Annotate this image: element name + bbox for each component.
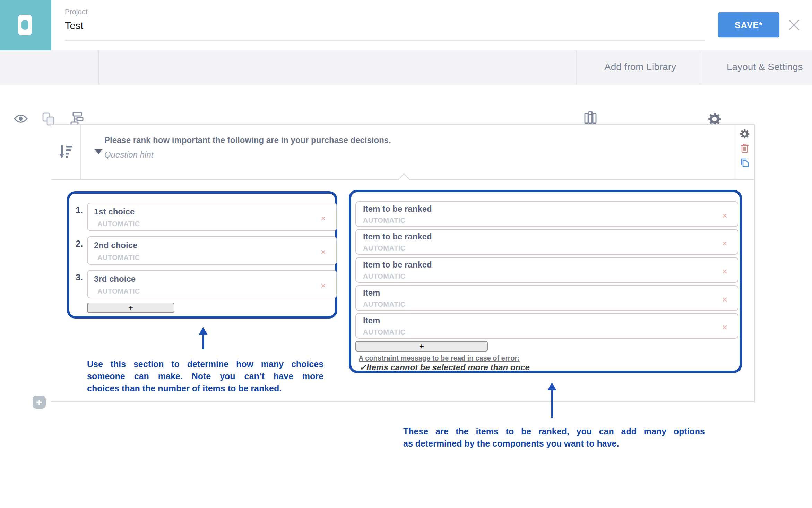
toolbar-divider xyxy=(576,50,577,85)
item-type-label: AUTOMATIC xyxy=(363,328,406,336)
items-section: Item to be ranked AUTOMATIC × Item to be… xyxy=(349,190,742,373)
project-label: Project xyxy=(65,8,87,16)
item-label[interactable]: Item to be ranked xyxy=(363,260,432,270)
remove-item-icon[interactable]: × xyxy=(722,211,727,220)
rank-sort-icon xyxy=(58,144,74,160)
left-annotation-text: Use this section to determine how many c… xyxy=(87,358,323,395)
question-title[interactable]: Please rank how important the following … xyxy=(104,135,391,145)
choice-number: 3. xyxy=(71,272,83,282)
preview-eye-icon[interactable] xyxy=(14,111,28,127)
toolbar-divider xyxy=(700,50,700,85)
delete-question-trash-icon[interactable] xyxy=(740,143,749,153)
item-type-label: AUTOMATIC xyxy=(363,272,406,280)
toolbar: Add from Library Layout & Settings xyxy=(0,50,812,85)
choice-label[interactable]: 2nd choice xyxy=(94,240,137,250)
choice-label[interactable]: 1st choice xyxy=(94,207,135,217)
save-button[interactable]: SAVE* xyxy=(718,12,779,37)
item-type-label: AUTOMATIC xyxy=(363,217,406,225)
remove-item-icon[interactable]: × xyxy=(722,323,727,332)
item-row[interactable]: Item to be ranked AUTOMATIC × xyxy=(355,229,738,255)
item-type-label: AUTOMATIC xyxy=(363,300,406,308)
app-window: Project Test SAVE* xyxy=(0,0,812,508)
right-annotation-line: These are the items to be ranked, you ca… xyxy=(403,425,705,438)
remove-choice-icon[interactable]: × xyxy=(321,247,326,256)
question-pointer-notch xyxy=(398,173,411,186)
constraint-message-value[interactable]: ✓Items cannot be selected more than once xyxy=(360,363,530,372)
choices-section: 1. 1st choice AUTOMATIC × 2. 2nd choice … xyxy=(67,191,337,319)
app-logo[interactable] xyxy=(0,0,51,50)
choice-row[interactable]: 1st choice AUTOMATIC × xyxy=(87,203,337,231)
question-settings-gear-icon[interactable] xyxy=(740,129,750,139)
remove-item-icon[interactable]: × xyxy=(722,295,727,304)
app-logo-icon xyxy=(18,15,32,35)
constraint-message-label[interactable]: A constraint message to be read in case … xyxy=(359,354,520,362)
add-choice-button[interactable]: + xyxy=(87,303,174,313)
item-row[interactable]: Item to be ranked AUTOMATIC × xyxy=(355,257,738,283)
close-icon[interactable] xyxy=(786,17,802,33)
question-hint[interactable]: Question hint xyxy=(104,150,153,160)
copy-question-icon[interactable] xyxy=(740,158,750,168)
right-annotation-line: as determined by the components you want… xyxy=(403,438,705,450)
item-type-label: AUTOMATIC xyxy=(363,244,406,252)
item-row[interactable]: Item AUTOMATIC × xyxy=(355,313,738,339)
left-annotation-line: choices than the number of items to be r… xyxy=(87,382,323,395)
question-actions-column xyxy=(735,125,754,179)
item-row[interactable]: Item AUTOMATIC × xyxy=(355,285,738,311)
choice-type-label: AUTOMATIC xyxy=(97,287,140,295)
left-annotation-line: Use this section to determine how many c… xyxy=(87,358,323,370)
item-label[interactable]: Item to be ranked xyxy=(363,232,432,242)
add-component-button[interactable]: + xyxy=(33,396,46,409)
item-label[interactable]: Item xyxy=(363,288,380,298)
choice-number: 2. xyxy=(71,239,83,249)
question-type-column xyxy=(51,125,81,179)
choice-row[interactable]: 2nd choice AUTOMATIC × xyxy=(87,236,337,265)
remove-item-icon[interactable]: × xyxy=(722,267,727,276)
item-row[interactable]: Item to be ranked AUTOMATIC × xyxy=(355,201,738,227)
add-from-library-button[interactable]: Add from Library xyxy=(604,61,676,73)
toolbar-divider xyxy=(98,50,99,85)
choice-row[interactable]: 3rd choice AUTOMATIC × xyxy=(87,270,337,298)
item-label[interactable]: Item xyxy=(363,316,380,325)
right-annotation-arrow-icon xyxy=(547,382,556,390)
left-annotation-arrow-icon xyxy=(199,327,208,335)
collapse-caret-icon[interactable] xyxy=(95,149,102,154)
choice-number: 1. xyxy=(71,205,83,215)
right-annotation-text: These are the items to be ranked, you ca… xyxy=(403,425,705,450)
choice-label[interactable]: 3rd choice xyxy=(94,274,136,284)
add-item-button[interactable]: + xyxy=(355,341,488,352)
remove-choice-icon[interactable]: × xyxy=(321,281,326,290)
left-annotation-line: someone can make. Note you can’t have mo… xyxy=(87,370,323,382)
item-label[interactable]: Item to be ranked xyxy=(363,204,432,214)
layout-settings-button[interactable]: Layout & Settings xyxy=(727,61,803,73)
choice-type-label: AUTOMATIC xyxy=(97,220,140,228)
choice-type-label: AUTOMATIC xyxy=(97,254,140,262)
top-header: Project Test SAVE* xyxy=(0,0,812,50)
right-annotation-arrow-shaft xyxy=(551,390,553,418)
remove-choice-icon[interactable]: × xyxy=(321,214,326,223)
project-title-input[interactable]: Test xyxy=(65,20,83,32)
question-header: Please rank how important the following … xyxy=(51,125,754,180)
left-annotation-arrow-shaft xyxy=(202,334,204,349)
remove-item-icon[interactable]: × xyxy=(722,239,727,248)
project-title-underline xyxy=(65,40,705,41)
